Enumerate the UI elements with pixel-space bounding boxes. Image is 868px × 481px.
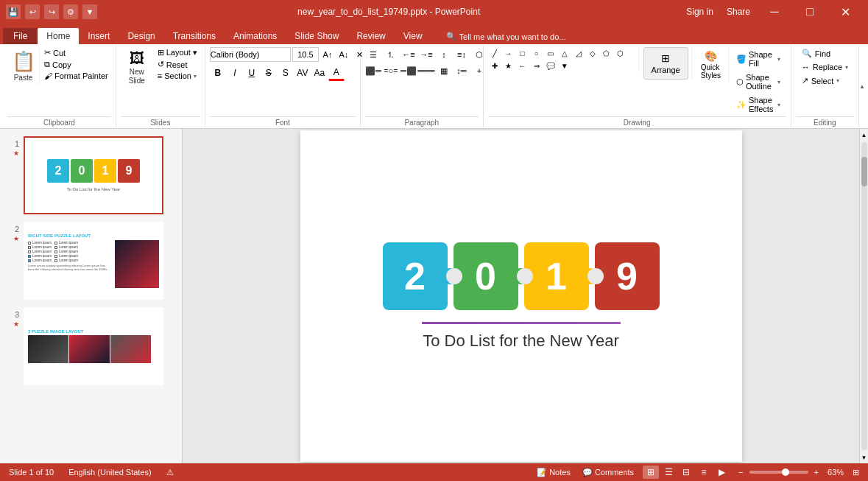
line-shape[interactable]: ╱	[488, 47, 501, 59]
slide-1-thumbnail[interactable]: 2 0 1 9 To Do List for the New Year	[24, 136, 163, 214]
change-case-button[interactable]: Aa	[311, 65, 328, 81]
tab-insert[interactable]: Insert	[79, 28, 119, 44]
shrink-font-button[interactable]: A↓	[336, 47, 351, 62]
rect-shape[interactable]: □	[516, 47, 529, 59]
accessibility-button[interactable]: ⚠	[163, 467, 177, 478]
align-right-button[interactable]: ═⬛	[401, 63, 417, 78]
decrease-indent-button[interactable]: ←≡	[401, 47, 417, 62]
tab-slideshow[interactable]: Slide Show	[286, 28, 347, 44]
zoom-in-button[interactable]: +	[811, 467, 822, 477]
tab-home[interactable]: Home	[38, 28, 79, 44]
underline-button[interactable]: U	[244, 65, 260, 81]
shape-effects-button[interactable]: ✨ Shape Effects ▾	[733, 94, 783, 115]
zoom-slider-thumb[interactable]	[782, 468, 789, 476]
tab-animations[interactable]: Animations	[225, 28, 286, 44]
triangle-shape[interactable]: △	[558, 47, 571, 59]
right-triangle-shape[interactable]: ◿	[572, 47, 585, 59]
new-slide-button[interactable]: 🖼 NewSlide	[121, 47, 153, 88]
more-icon[interactable]: ▼	[82, 4, 97, 19]
left-arrow-shape[interactable]: ←	[516, 60, 529, 71]
grow-font-button[interactable]: A↑	[320, 47, 335, 62]
tell-me-field[interactable]: 🔍 Tell me what you want to do...	[437, 29, 575, 44]
select-button[interactable]: ↗ Select ▾	[796, 74, 854, 87]
paste-button[interactable]: 📋 Paste	[7, 47, 40, 85]
shape-fill-button[interactable]: 🪣 Shape Fill ▾	[733, 49, 783, 69]
scroll-down-button[interactable]: ▼	[860, 452, 869, 463]
bullets-button[interactable]: ☰	[365, 47, 381, 62]
fit-slide-button[interactable]: ⊞	[850, 467, 862, 478]
scroll-track[interactable]	[861, 142, 867, 450]
notes-page-button[interactable]: ≡	[696, 466, 712, 479]
reading-view-button[interactable]: ▶	[713, 466, 730, 479]
zoom-level-button[interactable]: 63%	[825, 467, 847, 477]
minimize-button[interactable]: ─	[758, 0, 791, 24]
columns-button[interactable]: ▦	[436, 63, 452, 78]
scroll-thumb[interactable]	[861, 157, 867, 186]
align-center-button[interactable]: =○=	[383, 63, 399, 78]
share-button[interactable]: Share	[721, 0, 756, 24]
tab-transitions[interactable]: Transitions	[164, 28, 225, 44]
reset-button[interactable]: ↺ Reset	[155, 59, 200, 70]
zoom-slider[interactable]	[749, 471, 808, 474]
collapse-ribbon-button[interactable]: ▲	[859, 83, 865, 90]
save-icon[interactable]: 💾	[6, 4, 21, 19]
slide-thumb-3[interactable]: 3 ★ 3 PUZZLE IMAGE LAYOUT	[3, 306, 179, 387]
close-button[interactable]: ✕	[828, 0, 862, 24]
text-direction-button[interactable]: ↕	[436, 47, 452, 62]
slide-2-thumbnail[interactable]: RIGHT SIDE PUZZLE LAYOUT Lorem ipsum Lor…	[24, 222, 163, 300]
font-size-input[interactable]	[292, 47, 319, 62]
strikethrough-button[interactable]: S	[261, 65, 277, 81]
notes-button[interactable]: 📝 Notes	[534, 467, 574, 478]
justify-button[interactable]: ═══	[418, 63, 434, 78]
line-spacing-button[interactable]: ↕═	[454, 63, 470, 78]
arrow-shape[interactable]: →	[502, 47, 515, 59]
section-button[interactable]: ≡ Section ▾	[155, 71, 200, 81]
format-painter-button[interactable]: 🖌 Format Painter	[41, 71, 111, 81]
slide-sorter-button[interactable]: ⊟	[678, 466, 694, 479]
tab-review[interactable]: Review	[347, 28, 394, 44]
layout-button[interactable]: ⊞ Layout ▾	[155, 47, 200, 58]
outline-view-button[interactable]: ☰	[660, 466, 677, 479]
char-spacing-button[interactable]: AV	[294, 65, 311, 81]
customize-icon[interactable]: ⚙	[63, 4, 78, 19]
right-arrow-shape[interactable]: ⇒	[530, 60, 543, 71]
undo-icon[interactable]: ↩	[25, 4, 40, 19]
shape-outline-button[interactable]: ⬡ Shape Outline ▾	[733, 71, 783, 92]
align-left-button[interactable]: ⬛═	[365, 63, 381, 78]
quick-styles-button[interactable]: 🎨 QuickStyles	[696, 47, 725, 82]
normal-view-button[interactable]: ⊞	[643, 466, 659, 479]
diamond-shape[interactable]: ◇	[586, 47, 599, 59]
numbering-button[interactable]: ⒈	[383, 47, 399, 62]
plus-shape[interactable]: ✚	[488, 60, 501, 71]
arrange-button[interactable]: ⊞ Arrange	[643, 47, 688, 80]
tab-view[interactable]: View	[395, 28, 431, 44]
slide-thumb-1[interactable]: 1 ★ 2 0 1 9 To Do List for the New Year	[3, 135, 179, 216]
slide-panel[interactable]: 1 ★ 2 0 1 9 To Do List for the New Year …	[0, 129, 183, 463]
more-shapes[interactable]: ▼	[558, 60, 571, 71]
cut-button[interactable]: ✂ Cut	[41, 47, 111, 58]
scroll-up-button[interactable]: ▲	[860, 129, 869, 141]
slide-3-thumbnail[interactable]: 3 PUZZLE IMAGE LAYOUT	[24, 307, 163, 385]
circle-shape[interactable]: ○	[530, 47, 543, 59]
replace-button[interactable]: ↔ Replace ▾	[796, 61, 854, 73]
callout-shape[interactable]: 💬	[544, 60, 557, 71]
font-color-button[interactable]: A	[328, 65, 345, 81]
vertical-scrollbar[interactable]: ▲ ▼	[859, 129, 868, 463]
slide-count[interactable]: Slide 1 of 10	[6, 467, 57, 477]
hexagon-shape[interactable]: ⬡	[614, 47, 627, 59]
pentagon-shape[interactable]: ⬠	[600, 47, 613, 59]
increase-indent-button[interactable]: →≡	[418, 47, 434, 62]
sign-in-button[interactable]: Sign in	[680, 0, 719, 24]
slide-thumb-2[interactable]: 2 ★ RIGHT SIDE PUZZLE LAYOUT Lorem ipsum…	[3, 220, 179, 301]
align-text-button[interactable]: ≡↕	[454, 47, 470, 62]
font-name-input[interactable]	[210, 47, 291, 62]
zoom-out-button[interactable]: −	[735, 467, 746, 477]
comments-button[interactable]: 💬 Comments	[579, 467, 637, 478]
bold-button[interactable]: B	[210, 65, 226, 81]
language-button[interactable]: English (United States)	[66, 467, 155, 477]
star-shape[interactable]: ★	[502, 60, 515, 71]
tab-design[interactable]: Design	[119, 28, 163, 44]
rounded-rect-shape[interactable]: ▭	[544, 47, 557, 59]
italic-button[interactable]: I	[227, 65, 243, 81]
tab-file[interactable]: File	[3, 28, 38, 44]
